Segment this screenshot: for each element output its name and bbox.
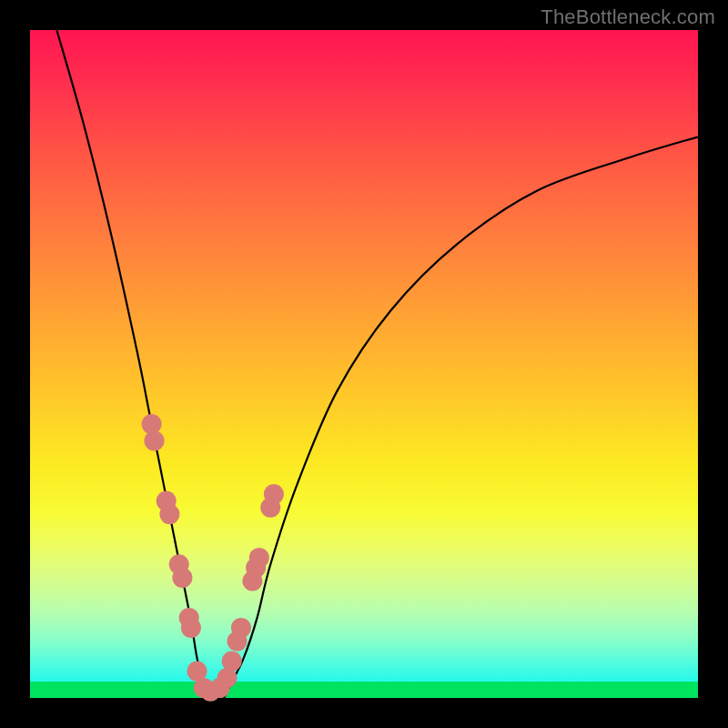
plot-area	[30, 30, 698, 698]
sample-dot	[159, 504, 179, 524]
sample-dot	[145, 430, 165, 450]
sample-dot	[181, 618, 201, 638]
sample-dot	[222, 652, 242, 672]
sample-dot	[172, 568, 192, 588]
sample-dots-group	[142, 414, 284, 702]
sample-dot	[249, 548, 269, 568]
bottleneck-curve	[56, 30, 698, 699]
chart-overlay	[30, 30, 698, 698]
chart-frame: TheBottleneck.com	[0, 0, 728, 728]
sample-dot	[264, 484, 284, 504]
watermark-text: TheBottleneck.com	[541, 5, 715, 29]
sample-dot	[231, 618, 251, 638]
